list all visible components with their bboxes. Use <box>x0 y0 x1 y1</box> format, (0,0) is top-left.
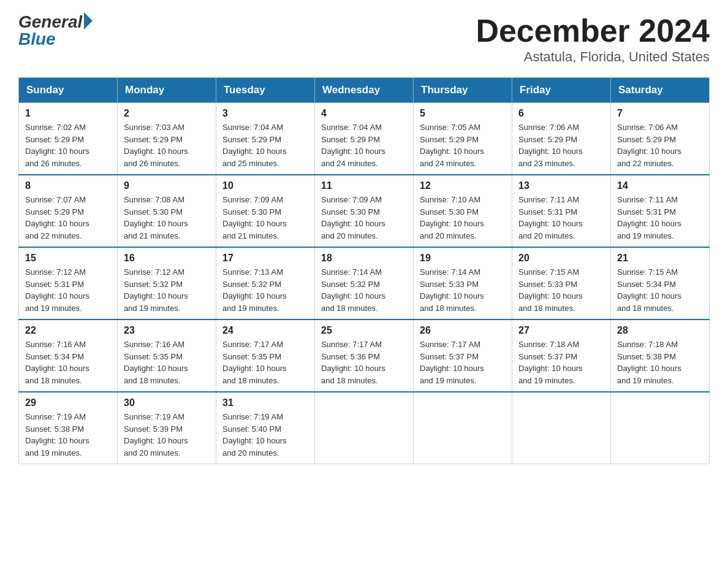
day-number: 16 <box>124 253 210 264</box>
day-info: Sunrise: 7:19 AMSunset: 5:40 PMDaylight:… <box>222 412 287 458</box>
table-row: 24 Sunrise: 7:17 AMSunset: 5:35 PMDaylig… <box>216 320 315 392</box>
day-number: 2 <box>124 108 210 119</box>
day-info: Sunrise: 7:17 AMSunset: 5:36 PMDaylight:… <box>321 340 385 385</box>
day-number: 23 <box>124 325 210 336</box>
table-row: 2 Sunrise: 7:03 AMSunset: 5:29 PMDayligh… <box>118 103 216 175</box>
table-row: 21 Sunrise: 7:15 AMSunset: 5:34 PMDaylig… <box>611 247 710 320</box>
day-info: Sunrise: 7:07 AMSunset: 5:29 PMDaylight:… <box>25 195 89 240</box>
table-row: 17 Sunrise: 7:13 AMSunset: 5:32 PMDaylig… <box>216 247 315 320</box>
table-row <box>512 392 611 464</box>
day-number: 8 <box>25 180 111 191</box>
day-info: Sunrise: 7:18 AMSunset: 5:37 PMDaylight:… <box>518 340 583 385</box>
table-row: 8 Sunrise: 7:07 AMSunset: 5:29 PMDayligh… <box>19 175 118 247</box>
table-row: 29 Sunrise: 7:19 AMSunset: 5:38 PMDaylig… <box>19 392 118 464</box>
header-saturday: Saturday <box>611 78 710 103</box>
header-sunday: Sunday <box>19 78 118 103</box>
day-info: Sunrise: 7:19 AMSunset: 5:39 PMDaylight:… <box>124 412 188 458</box>
day-number: 6 <box>518 108 604 119</box>
header-row: Sunday Monday Tuesday Wednesday Thursday… <box>19 78 710 103</box>
day-info: Sunrise: 7:13 AMSunset: 5:32 PMDaylight:… <box>222 267 287 313</box>
day-number: 24 <box>222 325 308 336</box>
day-number: 1 <box>25 108 111 119</box>
day-number: 30 <box>124 397 210 408</box>
day-number: 4 <box>321 108 407 119</box>
day-number: 29 <box>25 397 111 408</box>
day-info: Sunrise: 7:11 AMSunset: 5:31 PMDaylight:… <box>518 195 583 240</box>
table-row: 27 Sunrise: 7:18 AMSunset: 5:37 PMDaylig… <box>512 320 611 392</box>
table-row: 10 Sunrise: 7:09 AMSunset: 5:30 PMDaylig… <box>216 175 315 247</box>
day-number: 7 <box>617 108 703 119</box>
calendar-week-row: 22 Sunrise: 7:16 AMSunset: 5:34 PMDaylig… <box>19 320 710 392</box>
day-number: 10 <box>222 180 308 191</box>
logo: General Blue <box>18 12 93 49</box>
day-number: 11 <box>321 180 407 191</box>
day-info: Sunrise: 7:17 AMSunset: 5:37 PMDaylight:… <box>420 340 484 385</box>
day-number: 25 <box>321 325 407 336</box>
day-info: Sunrise: 7:15 AMSunset: 5:34 PMDaylight:… <box>617 267 681 313</box>
day-info: Sunrise: 7:08 AMSunset: 5:30 PMDaylight:… <box>124 195 188 240</box>
calendar-week-row: 15 Sunrise: 7:12 AMSunset: 5:31 PMDaylig… <box>19 247 710 320</box>
table-row: 1 Sunrise: 7:02 AMSunset: 5:29 PMDayligh… <box>19 103 118 175</box>
header-monday: Monday <box>118 78 216 103</box>
day-info: Sunrise: 7:16 AMSunset: 5:34 PMDaylight:… <box>25 340 89 385</box>
day-number: 5 <box>420 108 506 119</box>
table-row: 6 Sunrise: 7:06 AMSunset: 5:29 PMDayligh… <box>512 103 611 175</box>
table-row: 18 Sunrise: 7:14 AMSunset: 5:32 PMDaylig… <box>315 247 414 320</box>
day-number: 22 <box>25 325 111 336</box>
logo-blue-text: Blue <box>18 29 56 49</box>
table-row: 25 Sunrise: 7:17 AMSunset: 5:36 PMDaylig… <box>315 320 414 392</box>
table-row: 23 Sunrise: 7:16 AMSunset: 5:35 PMDaylig… <box>118 320 216 392</box>
day-number: 15 <box>25 253 111 264</box>
day-info: Sunrise: 7:12 AMSunset: 5:32 PMDaylight:… <box>124 267 188 313</box>
calendar-week-row: 1 Sunrise: 7:02 AMSunset: 5:29 PMDayligh… <box>19 103 710 175</box>
day-number: 26 <box>420 325 506 336</box>
day-number: 9 <box>124 180 210 191</box>
table-row: 11 Sunrise: 7:09 AMSunset: 5:30 PMDaylig… <box>315 175 414 247</box>
day-info: Sunrise: 7:17 AMSunset: 5:35 PMDaylight:… <box>222 340 287 385</box>
table-row <box>414 392 512 464</box>
day-info: Sunrise: 7:09 AMSunset: 5:30 PMDaylight:… <box>321 195 385 240</box>
title-area: December 2024 Astatula, Florida, United … <box>476 12 710 65</box>
day-number: 20 <box>518 253 604 264</box>
table-row: 26 Sunrise: 7:17 AMSunset: 5:37 PMDaylig… <box>414 320 512 392</box>
table-row: 16 Sunrise: 7:12 AMSunset: 5:32 PMDaylig… <box>118 247 216 320</box>
header-thursday: Thursday <box>414 78 512 103</box>
day-info: Sunrise: 7:06 AMSunset: 5:29 PMDaylight:… <box>617 123 681 168</box>
day-number: 14 <box>617 180 703 191</box>
table-row: 22 Sunrise: 7:16 AMSunset: 5:34 PMDaylig… <box>19 320 118 392</box>
table-row: 3 Sunrise: 7:04 AMSunset: 5:29 PMDayligh… <box>216 103 315 175</box>
table-row: 13 Sunrise: 7:11 AMSunset: 5:31 PMDaylig… <box>512 175 611 247</box>
table-row <box>611 392 710 464</box>
logo-arrow-icon <box>84 12 93 29</box>
day-number: 12 <box>420 180 506 191</box>
calendar-week-row: 29 Sunrise: 7:19 AMSunset: 5:38 PMDaylig… <box>19 392 710 464</box>
day-info: Sunrise: 7:19 AMSunset: 5:38 PMDaylight:… <box>25 412 89 458</box>
calendar-week-row: 8 Sunrise: 7:07 AMSunset: 5:29 PMDayligh… <box>19 175 710 247</box>
day-info: Sunrise: 7:04 AMSunset: 5:29 PMDaylight:… <box>321 123 385 168</box>
table-row: 31 Sunrise: 7:19 AMSunset: 5:40 PMDaylig… <box>216 392 315 464</box>
table-row: 30 Sunrise: 7:19 AMSunset: 5:39 PMDaylig… <box>118 392 216 464</box>
day-info: Sunrise: 7:12 AMSunset: 5:31 PMDaylight:… <box>25 267 89 313</box>
table-row: 4 Sunrise: 7:04 AMSunset: 5:29 PMDayligh… <box>315 103 414 175</box>
table-row: 15 Sunrise: 7:12 AMSunset: 5:31 PMDaylig… <box>19 247 118 320</box>
day-number: 13 <box>518 180 604 191</box>
day-info: Sunrise: 7:05 AMSunset: 5:29 PMDaylight:… <box>420 123 484 168</box>
day-info: Sunrise: 7:10 AMSunset: 5:30 PMDaylight:… <box>420 195 484 240</box>
calendar-table: Sunday Monday Tuesday Wednesday Thursday… <box>18 77 710 464</box>
table-row: 12 Sunrise: 7:10 AMSunset: 5:30 PMDaylig… <box>414 175 512 247</box>
month-title: December 2024 <box>476 12 710 49</box>
day-info: Sunrise: 7:06 AMSunset: 5:29 PMDaylight:… <box>518 123 583 168</box>
table-row: 7 Sunrise: 7:06 AMSunset: 5:29 PMDayligh… <box>611 103 710 175</box>
header-friday: Friday <box>512 78 611 103</box>
table-row: 5 Sunrise: 7:05 AMSunset: 5:29 PMDayligh… <box>414 103 512 175</box>
day-number: 17 <box>222 253 308 264</box>
table-row: 9 Sunrise: 7:08 AMSunset: 5:30 PMDayligh… <box>118 175 216 247</box>
day-number: 31 <box>222 397 308 408</box>
day-number: 27 <box>518 325 604 336</box>
table-row <box>315 392 414 464</box>
day-number: 19 <box>420 253 506 264</box>
day-info: Sunrise: 7:14 AMSunset: 5:33 PMDaylight:… <box>420 267 484 313</box>
day-number: 28 <box>617 325 703 336</box>
day-info: Sunrise: 7:14 AMSunset: 5:32 PMDaylight:… <box>321 267 385 313</box>
day-number: 18 <box>321 253 407 264</box>
